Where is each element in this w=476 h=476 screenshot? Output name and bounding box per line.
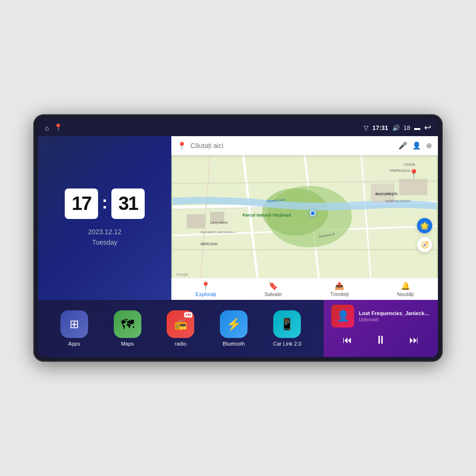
map-share-tab[interactable]: 📤 Trimiteți	[330, 281, 349, 297]
carlink-icon: 📱	[280, 317, 294, 331]
saved-icon: 🔖	[268, 281, 278, 290]
explore-icon: 📍	[201, 281, 210, 290]
next-button[interactable]: ⏭	[409, 335, 419, 346]
map-panel[interactable]: 📍 🎤 👤 ⊕	[171, 136, 438, 300]
music-text: Lost Frequencies_Janieck Devy-... Unknow…	[359, 310, 430, 322]
apps-icon: ⊞	[69, 317, 79, 331]
play-pause-button[interactable]: ⏸	[375, 333, 387, 347]
news-icon: 🔔	[401, 281, 410, 290]
apps-label: Apps	[68, 341, 80, 347]
music-panel: 👤 Lost Frequencies_Janieck Devy-... Unkn…	[324, 300, 438, 357]
map-view[interactable]: Parcul Natural Văcărești Leroy Merlin BU…	[171, 155, 438, 278]
clock-day-value: Tuesday	[88, 237, 121, 248]
apps-icon-bg: ⊞	[60, 310, 88, 338]
svg-text:JUDEȚUL ILFOV: JUDEȚUL ILFOV	[385, 199, 410, 203]
radio-label: radio	[175, 341, 186, 347]
radio-icon-bg: 📻 FM	[167, 310, 194, 338]
bluetooth-label: Bluetooth	[223, 341, 245, 347]
top-section: 17 : 31 2023.12.12 Tuesday 📍	[38, 136, 438, 300]
bluetooth-icon: ⚡	[226, 317, 241, 332]
signal-icon: ▽	[364, 124, 368, 131]
bottom-section: ⊞ Apps 🗺 Maps 📻 FM	[38, 300, 438, 357]
app-icon-radio[interactable]: 📻 FM radio	[167, 310, 194, 347]
compass-button[interactable]: 🧭	[417, 237, 432, 252]
carlink-label: Car Link 2.0	[273, 341, 301, 347]
map-pin-icon: 📍	[177, 141, 187, 150]
map-explore-tab[interactable]: 📍 Explorați	[196, 281, 216, 297]
music-thumbnail: 👤	[331, 305, 354, 327]
clock-hours: 17	[65, 188, 98, 219]
svg-text:Google: Google	[176, 272, 188, 277]
main-content: 17 : 31 2023.12.12 Tuesday 📍	[38, 136, 438, 357]
saved-label: Salvate	[264, 291, 282, 297]
app-icon-carlink[interactable]: 📱 Car Link 2.0	[273, 310, 301, 347]
maps-status-icon[interactable]: 📍	[54, 123, 63, 132]
status-time: 17:31	[372, 124, 388, 131]
map-search-bar: 📍 🎤 👤 ⊕	[171, 136, 438, 155]
app-icon-apps[interactable]: ⊞ Apps	[60, 310, 88, 347]
app-icon-maps[interactable]: 🗺 Maps	[114, 310, 141, 347]
news-label: Noutăți	[397, 291, 414, 297]
svg-point-11	[262, 188, 328, 235]
carlink-icon-bg: 📱	[273, 310, 301, 338]
share-label: Trimiteți	[330, 291, 349, 297]
prev-button[interactable]: ⏮	[343, 335, 352, 346]
device-screen: ⌂ 📍 ▽ 17:31 🔊 18 ▬ ↩ 17 :	[38, 119, 438, 357]
car-infotainment-device: ⌂ 📍 ▽ 17:31 🔊 18 ▬ ↩ 17 :	[33, 114, 443, 362]
music-controls: ⏮ ⏸ ⏭	[331, 333, 430, 347]
svg-text:TRAPEZULUI: TRAPEZULUI	[390, 169, 410, 172]
svg-text:Leroy Merlin: Leroy Merlin	[210, 221, 228, 225]
map-news-tab[interactable]: 🔔 Noutăți	[397, 281, 414, 297]
destination-pin: 📍	[408, 169, 419, 179]
music-artist: Unknown	[359, 317, 430, 322]
app-icon-bluetooth[interactable]: ⚡ Bluetooth	[220, 310, 248, 347]
layers-icon[interactable]: ⊕	[426, 141, 432, 150]
maps-label: Maps	[121, 341, 134, 347]
status-right-info: ▽ 17:31 🔊 18 ▬ ↩	[364, 122, 431, 133]
music-info: 👤 Lost Frequencies_Janieck Devy-... Unkn…	[331, 305, 430, 327]
map-search-input[interactable]	[190, 142, 395, 149]
volume-icon: 🔊	[392, 124, 400, 131]
radio-icon: 📻	[174, 318, 187, 330]
music-title: Lost Frequencies_Janieck Devy-...	[359, 310, 430, 316]
svg-text:BUCUREȘTI: BUCUREȘTI	[376, 192, 397, 196]
clock-date: 2023.12.12 Tuesday	[88, 227, 121, 248]
maps-icon: 🗺	[121, 317, 134, 332]
svg-text:Parcul Natural Văcărești: Parcul Natural Văcărești	[242, 213, 291, 218]
battery-level: 18	[404, 124, 410, 131]
back-icon[interactable]: ↩	[424, 122, 431, 133]
account-icon[interactable]: 👤	[412, 141, 421, 150]
clock-minutes: 31	[111, 188, 145, 219]
bluetooth-icon-bg: ⚡	[220, 310, 248, 338]
status-bar: ⌂ 📍 ▽ 17:31 🔊 18 ▬ ↩	[38, 119, 438, 136]
map-bottom-bar: 📍 Explorați 🔖 Salvate 📤 Trimiteți �	[171, 278, 438, 300]
svg-text:BUCUREȘTI SECTORUL 4: BUCUREȘTI SECTORUL 4	[201, 231, 236, 234]
zoom-button[interactable]: 🌟	[417, 218, 432, 233]
svg-text:BERCENI: BERCENI	[201, 242, 218, 246]
app-icons-bar: ⊞ Apps 🗺 Maps 📻 FM	[38, 300, 324, 357]
svg-rect-12	[187, 214, 206, 228]
map-search-actions: 🎤 👤 ⊕	[398, 141, 432, 150]
share-icon: 📤	[335, 281, 344, 290]
battery-icon: ▬	[414, 124, 420, 131]
home-icon[interactable]: ⌂	[45, 124, 49, 132]
clock-date-value: 2023.12.12	[88, 227, 121, 237]
clock-colon: :	[102, 193, 108, 213]
svg-rect-15	[399, 179, 427, 196]
status-left-icons: ⌂ 📍	[45, 123, 63, 132]
explore-label: Explorați	[196, 291, 216, 297]
map-saved-tab[interactable]: 🔖 Salvate	[264, 281, 282, 297]
svg-text:UZANA: UZANA	[404, 163, 415, 166]
maps-icon-bg: 🗺	[114, 310, 141, 338]
clock-panel: 17 : 31 2023.12.12 Tuesday	[38, 136, 171, 300]
voice-search-icon[interactable]: 🎤	[398, 141, 407, 150]
clock-display: 17 : 31	[65, 188, 145, 219]
